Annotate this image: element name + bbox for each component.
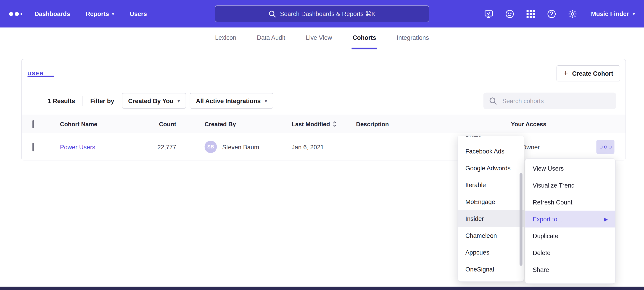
tab-label: Live View <box>306 34 332 41</box>
create-cohort-label: Create Cohort <box>572 70 613 77</box>
table-row[interactable]: Power Users 22,777 SB Steven Baum Jan 6,… <box>22 133 626 161</box>
export-destinations-menu: Braze Facebook Ads Google Adwords Iterab… <box>458 136 524 281</box>
tab-label: Data Audit <box>257 34 285 41</box>
tab-cohorts[interactable]: Cohorts <box>352 28 377 49</box>
tab-user-cohorts[interactable]: USER <box>28 71 44 76</box>
divider <box>82 96 83 106</box>
menu-item-export-to[interactable]: Export to... ▶ <box>525 211 615 228</box>
tab-integrations[interactable]: Integrations <box>396 28 430 49</box>
tab-data-audit[interactable]: Data Audit <box>256 28 286 49</box>
chevron-down-icon: ▾ <box>265 99 267 103</box>
feedback-smiley-icon[interactable] <box>505 9 514 19</box>
filter-by-label: Filter by <box>90 97 114 104</box>
menu-item-iterable[interactable]: Iterable <box>458 177 524 194</box>
menu-item-chameleon[interactable]: Chameleon <box>458 227 524 244</box>
chevron-down-icon: ▾ <box>632 12 635 16</box>
cohort-name-link[interactable]: Power Users <box>60 143 95 151</box>
menu-item-delete[interactable]: Delete <box>525 244 615 261</box>
menu-item-appcues[interactable]: Appcues <box>458 244 524 261</box>
access-value: Owner <box>522 143 540 151</box>
tab-label: Integrations <box>397 34 429 41</box>
export-destinations-list: Braze Facebook Ads Google Adwords Iterab… <box>458 136 524 281</box>
chevron-down-icon: ▾ <box>178 99 180 103</box>
global-search-input[interactable]: Search Dashboards & Reports ⌘K <box>215 5 429 22</box>
tab-lexicon[interactable]: Lexicon <box>214 28 237 49</box>
last-modified-cell: Jan 6, 2021 <box>292 143 356 151</box>
cohort-count: 22,777 <box>144 143 204 151</box>
help-icon[interactable] <box>547 9 556 19</box>
col-created-by[interactable]: Created By <box>204 121 292 127</box>
filter-label: All Active Integrations <box>196 97 261 104</box>
nav-item-reports[interactable]: Reports ▾ <box>86 10 114 17</box>
col-cohort-name[interactable]: Cohort Name <box>60 121 144 127</box>
nav-item-dashboards[interactable]: Dashboards <box>34 10 70 17</box>
submenu-arrow-icon: ▶ <box>604 216 608 222</box>
nav-item-label: Users <box>130 10 147 17</box>
row-context-menu: View Users Visualize Trend Refresh Count… <box>525 158 616 284</box>
plus-icon: + <box>564 69 568 77</box>
created-by-name: Steven Baum <box>222 143 259 151</box>
data-management-icon[interactable] <box>484 9 494 19</box>
active-tab-underline <box>28 76 54 77</box>
your-access-cell: Owner <box>511 133 626 161</box>
sort-icon <box>333 121 337 127</box>
integrations-filter-dropdown[interactable]: All Active Integrations ▾ <box>190 93 273 108</box>
menu-item-insider[interactable]: Insider <box>458 210 524 227</box>
nav-item-label: Reports <box>86 10 109 17</box>
account-name: Music Finder <box>591 10 629 17</box>
menu-item-view-users[interactable]: View Users <box>525 160 615 177</box>
row-checkbox[interactable] <box>32 142 34 151</box>
section-tabs: Lexicon Data Audit Live View Cohorts Int… <box>0 28 644 49</box>
dot-icon <box>604 146 607 149</box>
table-header-row: Cohort Name Count Created By Last Modifi… <box>22 115 626 133</box>
search-icon <box>489 97 497 105</box>
menu-item-onesignal[interactable]: OneSignal <box>458 261 524 278</box>
settings-gear-icon[interactable] <box>568 9 577 19</box>
cohort-search-input[interactable] <box>502 97 610 105</box>
filter-toolbar: 1 Results Filter by Created By You ▾ All… <box>22 87 626 115</box>
menu-scrollbar-thumb[interactable] <box>520 173 522 266</box>
tab-label: Cohorts <box>352 34 376 41</box>
dot-icon <box>600 146 602 149</box>
mixpanel-logo-icon[interactable] <box>9 12 22 16</box>
search-icon <box>268 10 276 17</box>
cohorts-panel-header: USER + Create Cohort <box>22 59 626 87</box>
tab-label: Lexicon <box>215 34 236 41</box>
menu-item-duplicate[interactable]: Duplicate <box>525 228 615 244</box>
menu-item-share[interactable]: Share <box>525 261 615 278</box>
cohorts-panel: USER + Create Cohort 1 Results Filter by… <box>22 59 626 160</box>
account-menu[interactable]: Music Finder ▾ <box>591 10 635 17</box>
nav-item-label: Dashboards <box>34 10 70 17</box>
select-all-checkbox[interactable] <box>32 120 34 128</box>
col-count[interactable]: Count <box>144 121 204 127</box>
filter-label: Created By You <box>128 97 173 104</box>
apps-grid-icon[interactable] <box>526 9 536 19</box>
top-navbar: Dashboards Reports ▾ Users Search Dashbo… <box>0 0 644 28</box>
nav-item-users[interactable]: Users <box>130 10 147 17</box>
primary-nav: Dashboards Reports ▾ Users <box>34 10 147 17</box>
col-description[interactable]: Description <box>356 121 511 127</box>
col-your-access: Your Access <box>511 121 626 127</box>
menu-item-google-adwords[interactable]: Google Adwords <box>458 160 524 177</box>
app-window: Dashboards Reports ▾ Users Search Dashbo… <box>0 0 644 290</box>
navbar-actions: Music Finder ▾ <box>484 9 635 19</box>
cohort-search-box[interactable] <box>484 93 616 109</box>
menu-item-moengage[interactable]: MoEngage <box>458 193 524 210</box>
dot-icon <box>608 146 611 149</box>
col-label: Last Modified <box>292 121 330 127</box>
menu-item-label: Export to... <box>533 215 562 223</box>
menu-item-visualize-trend[interactable]: Visualize Trend <box>525 177 615 194</box>
chevron-down-icon: ▾ <box>112 12 114 16</box>
create-cohort-button[interactable]: + Create Cohort <box>556 65 620 81</box>
tab-live-view[interactable]: Live View <box>305 28 333 49</box>
menu-item-facebook-ads[interactable]: Facebook Ads <box>458 143 524 160</box>
created-by-filter-dropdown[interactable]: Created By You ▾ <box>122 93 186 108</box>
avatar: SB <box>204 141 217 153</box>
menu-item-refresh-count[interactable]: Refresh Count <box>525 194 615 211</box>
bottom-strip <box>0 287 644 290</box>
col-last-modified[interactable]: Last Modified <box>292 121 356 127</box>
menu-item-braze[interactable]: Braze <box>458 136 524 143</box>
created-by-cell: SB Steven Baum <box>204 141 292 153</box>
row-actions-kebab-button[interactable] <box>596 140 614 154</box>
global-search-placeholder: Search Dashboards & Reports ⌘K <box>280 10 376 17</box>
